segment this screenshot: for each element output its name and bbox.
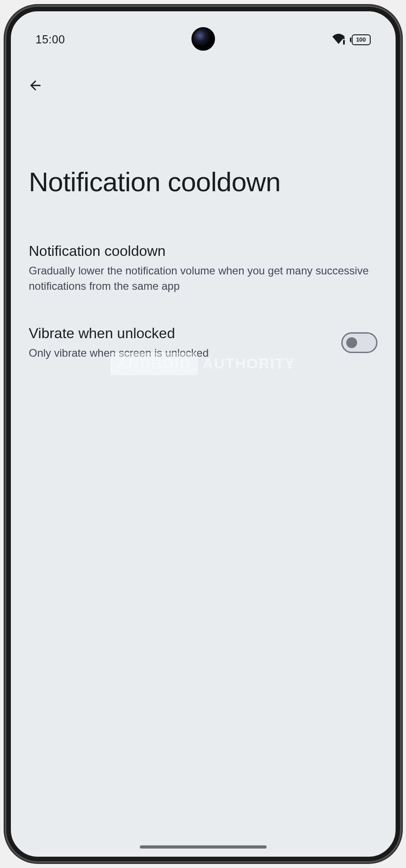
setting-vibrate-unlocked[interactable]: Vibrate when unlocked Only vibrate when …	[29, 325, 377, 392]
setting-title: Vibrate when unlocked	[29, 325, 328, 342]
status-time: 15:00	[36, 33, 65, 46]
setting-title: Notification cooldown	[29, 243, 377, 259]
setting-subtitle: Only vibrate when screen is unlocked	[29, 345, 328, 361]
navigation-handle[interactable]	[140, 845, 267, 849]
svg-point-1	[343, 37, 345, 39]
wifi-icon	[332, 33, 345, 47]
toggle-thumb	[346, 337, 357, 348]
vibrate-toggle[interactable]	[341, 332, 377, 353]
battery-level: 100	[352, 34, 371, 45]
phone-frame: 15:00 100 Notification cooldown	[6, 7, 400, 861]
settings-list: Notification cooldown Gradually lower th…	[11, 198, 396, 392]
page-title: Notification cooldown	[11, 96, 396, 198]
back-button[interactable]	[24, 75, 46, 96]
setting-notification-cooldown[interactable]: Notification cooldown Gradually lower th…	[29, 243, 377, 325]
svg-rect-0	[343, 40, 345, 44]
arrow-left-icon	[28, 78, 43, 93]
setting-subtitle: Gradually lower the notification volume …	[29, 263, 377, 293]
status-icons: 100	[332, 33, 371, 47]
camera-cutout	[191, 27, 215, 51]
battery-icon: 100	[350, 34, 371, 45]
